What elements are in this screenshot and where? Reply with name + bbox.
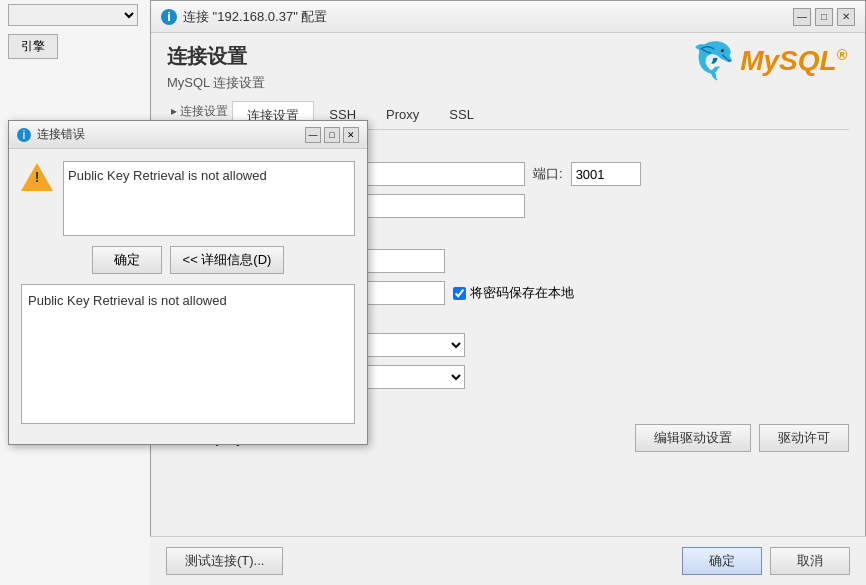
error-detail-button[interactable]: << 详细信息(D) — [170, 246, 285, 274]
close-button[interactable]: ✕ — [837, 8, 855, 26]
error-close-button[interactable]: ✕ — [343, 127, 359, 143]
cancel-button[interactable]: 取消 — [770, 547, 850, 575]
mysql-logo-text: MySQL® — [740, 47, 847, 75]
port-label: 端口: — [533, 165, 563, 183]
test-connection-button[interactable]: 测试连接(T)... — [166, 547, 283, 575]
window-controls: — □ ✕ — [793, 8, 855, 26]
charset-select[interactable]: 8_general_ci — [8, 4, 138, 26]
error-detail-box: Public Key Retrieval is not allowed — [21, 284, 355, 424]
save-password-label: 将密码保存在本地 — [470, 284, 574, 302]
tab-ssl[interactable]: SSL — [434, 101, 489, 130]
error-restore-button[interactable]: □ — [324, 127, 340, 143]
error-top-section: ! Public Key Retrieval is not allowed — [21, 161, 355, 236]
connection-bottom-bar: 测试连接(T)... 确定 取消 — [150, 536, 866, 585]
error-window-controls: — □ ✕ — [305, 127, 359, 143]
edit-driver-button[interactable]: 编辑驱动设置 — [635, 424, 751, 452]
error-message-box: Public Key Retrieval is not allowed — [63, 161, 355, 236]
allow-driver-button[interactable]: 驱动许可 — [759, 424, 849, 452]
engine-button[interactable]: 引擎 — [8, 34, 58, 59]
error-minimize-button[interactable]: — — [305, 127, 321, 143]
error-dialog-buttons: 确定 << 详细信息(D) — [21, 246, 355, 274]
minimize-button[interactable]: — — [793, 8, 811, 26]
restore-button[interactable]: □ — [815, 8, 833, 26]
save-password-row: 将密码保存在本地 — [453, 284, 574, 302]
connection-titlebar: i 连接 "192.168.0.37" 配置 — □ ✕ — [151, 1, 865, 33]
mysql-brand: 🐬 MySQL® — [691, 43, 847, 79]
error-message-text: Public Key Retrieval is not allowed — [68, 168, 267, 183]
error-title-icon: i — [17, 128, 31, 142]
error-content: ! Public Key Retrieval is not allowed 确定… — [9, 149, 367, 444]
error-dialog: i 连接错误 — □ ✕ ! Public Key Retrieval is n… — [8, 120, 368, 445]
port-input[interactable] — [571, 162, 641, 186]
error-detail-text: Public Key Retrieval is not allowed — [28, 293, 227, 308]
warning-icon: ! — [21, 163, 53, 195]
warning-exclaim-mark: ! — [35, 169, 40, 185]
tab-proxy[interactable]: Proxy — [371, 101, 434, 130]
ok-button[interactable]: 确定 — [682, 547, 762, 575]
save-password-checkbox[interactable] — [453, 287, 466, 300]
error-message-scroll[interactable]: Public Key Retrieval is not allowed — [68, 166, 350, 231]
error-titlebar: i 连接错误 — □ ✕ — [9, 121, 367, 149]
connection-title-text: 连接 "192.168.0.37" 配置 — [183, 8, 327, 26]
error-title-text: 连接错误 — [37, 126, 85, 143]
mysql-dolphin-icon: 🐬 — [691, 43, 736, 79]
connection-title-icon: i — [161, 9, 177, 25]
bottom-right-buttons: 确定 取消 — [682, 547, 850, 575]
error-ok-button[interactable]: 确定 — [92, 246, 162, 274]
